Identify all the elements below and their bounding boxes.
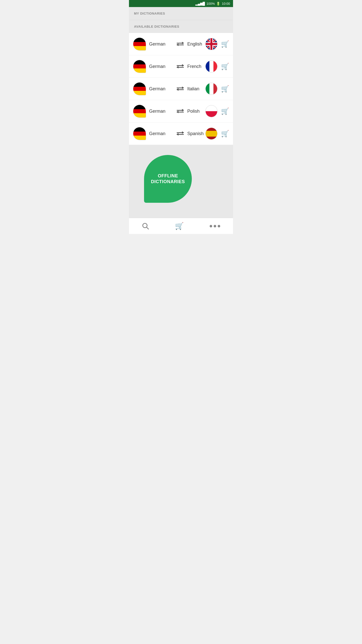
cart-button-2[interactable]: 🛒 [221, 63, 229, 70]
flag-spanish [205, 128, 217, 140]
dict-item-german-spanish[interactable]: German Spanish 🛒 [129, 123, 233, 145]
bidirectional-arrows-2 [177, 65, 184, 68]
cart-button-4[interactable]: 🛒 [221, 107, 229, 115]
dict-item-german-italian[interactable]: German Italian 🛒 [129, 78, 233, 100]
more-nav-item[interactable] [205, 222, 225, 230]
cart-button-3[interactable]: 🛒 [221, 85, 229, 93]
bidirectional-arrows-5 [177, 132, 184, 135]
lang-german-2: German [149, 64, 175, 69]
more-dots-icon [210, 225, 220, 227]
flag-german-5 [133, 127, 146, 140]
bidirectional-arrows-4 [177, 110, 184, 112]
my-dictionaries-header: MY DICTIONARIES [129, 7, 233, 20]
flag-german-4 [133, 105, 146, 118]
lang-german-3: German [149, 86, 175, 92]
search-nav-item[interactable] [137, 220, 154, 232]
lang-polish: Polish [187, 109, 205, 114]
cart-button-1[interactable]: 🛒 [221, 40, 229, 48]
battery-text: 100% [206, 2, 215, 6]
flag-english [205, 38, 217, 50]
cart-nav-item[interactable]: 🛒 [170, 219, 189, 233]
dict-item-german-polish[interactable]: German Polish 🛒 [129, 100, 233, 123]
status-bar: ▂▄▆█ 100% 🔋 10:00 [129, 0, 233, 7]
flag-german-1 [133, 37, 146, 51]
battery-icon: 🔋 [216, 2, 220, 6]
lang-english: English [187, 42, 205, 47]
lang-german-4: German [149, 109, 175, 114]
offline-dictionaries-button[interactable]: OFFLINE DICTIONARIES [144, 155, 192, 203]
search-icon [142, 222, 149, 230]
bidirectional-arrows-1 [177, 43, 184, 45]
lang-italian: Italian [187, 86, 205, 92]
time-text: 10:00 [222, 2, 230, 6]
bidirectional-arrows-3 [177, 88, 184, 90]
signal-icon: ▂▄▆█ [195, 2, 205, 6]
dict-item-german-english[interactable]: German English 🛒 [129, 33, 233, 55]
lang-french: French [187, 64, 205, 69]
flag-german-2 [133, 60, 146, 73]
dict-item-german-french[interactable]: German French 🛒 [129, 55, 233, 78]
cart-icon: 🛒 [175, 222, 184, 230]
flag-italian [205, 83, 217, 95]
flag-polish [205, 105, 217, 117]
flag-german-3 [133, 82, 146, 95]
svg-point-0 [143, 223, 147, 228]
lang-spanish: Spanish [187, 131, 205, 136]
lang-german-1: German [149, 42, 175, 47]
bottom-nav: 🛒 [129, 218, 233, 234]
flag-french [205, 60, 217, 72]
available-dictionaries-header: AVAILABLE DICTIONARIES [129, 20, 233, 33]
lang-german-5: German [149, 131, 175, 136]
cart-button-5[interactable]: 🛒 [221, 130, 229, 138]
svg-line-1 [147, 227, 149, 229]
offline-section: OFFLINE DICTIONARIES [129, 145, 233, 218]
dictionary-list: German English 🛒 [129, 33, 233, 145]
